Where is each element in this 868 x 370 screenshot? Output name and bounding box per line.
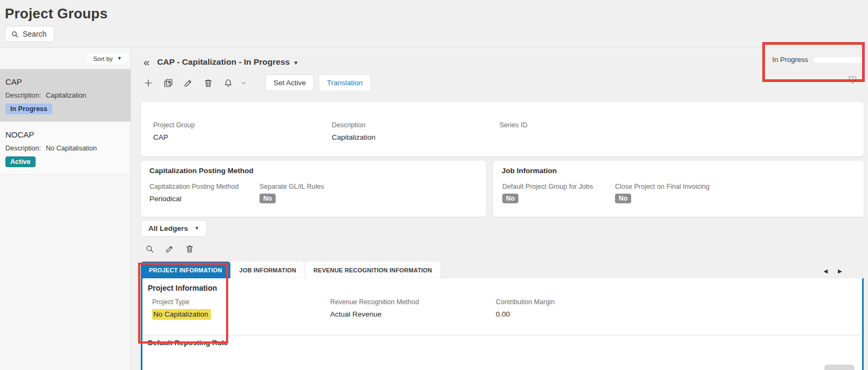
field-label: Series ID: [500, 121, 527, 129]
status-progress-bar: [814, 57, 863, 63]
panel-title: Job Information: [502, 167, 557, 175]
tab-scroll-arrows: ◀ ▶: [824, 269, 842, 274]
status-progress-widget: In Progress: [765, 56, 864, 64]
tabs-row: PROJECT INFORMATION JOB INFORMATION REVE…: [141, 262, 864, 278]
field-label: Contribution Margin: [496, 298, 555, 306]
description-label: Description:: [5, 92, 41, 99]
sidebar-item-cap[interactable]: CAP Description: Capitalization In Progr…: [0, 69, 131, 122]
caret-down-icon: ▼: [195, 226, 200, 231]
field-label: Separate GL/IL Rules: [259, 183, 324, 190]
item-code: NOCAP: [5, 130, 125, 139]
add-button[interactable]: [143, 77, 163, 90]
collapse-panel-icon[interactable]: «: [143, 57, 149, 67]
set-active-button[interactable]: Set Active: [265, 74, 314, 91]
field-series-id: Series ID: [500, 121, 527, 142]
grid-search-icon[interactable]: [145, 242, 154, 255]
status-badge: In Progress: [5, 104, 52, 114]
tab-job-information[interactable]: JOB INFORMATION: [231, 262, 304, 278]
field-contribution-margin: Contribution Margin 0.00: [496, 298, 555, 319]
caret-down-icon: ▼: [117, 56, 122, 61]
tab-scroll-right-icon[interactable]: ▶: [838, 269, 842, 274]
search-label: Search: [23, 30, 46, 38]
record-header: « CAP - Capitalization - In Progress ▼: [143, 55, 868, 69]
all-ledgers-label: All Ledgers: [148, 224, 188, 232]
item-code: CAP: [5, 77, 125, 86]
field-value: Periodical: [149, 195, 238, 203]
panels-row: Capitalization Posting Method Capitaliza…: [141, 161, 864, 217]
field-close-project-on-final-invoicing: Close Project on Final Invoicing No: [615, 183, 709, 203]
all-ledgers-dropdown[interactable]: All Ledgers ▼: [141, 220, 207, 237]
description-value: Capitalization: [46, 92, 86, 99]
description-value: No Capitalisation: [46, 145, 97, 152]
field-label: Description: [332, 121, 375, 129]
description-label: Description:: [5, 145, 41, 152]
field-label: Revenue Recognition Method: [330, 298, 419, 306]
field-label: Close Project on Final Invoicing: [615, 183, 709, 190]
field-value: CAP: [153, 133, 195, 142]
field-value: [500, 133, 527, 142]
no-badge: No: [259, 194, 276, 203]
field-label: Project Type: [152, 298, 211, 306]
panel-title: Capitalization Posting Method: [149, 167, 254, 175]
field-value: 0.00: [496, 310, 555, 319]
section-divider: [145, 335, 860, 335]
grid-edit-icon[interactable]: [165, 242, 174, 255]
sort-by-dropdown[interactable]: Sort by ▼: [87, 54, 128, 64]
grid-toolbar: [145, 243, 868, 255]
record-title: CAP - Capitalization - In Progress ▼: [157, 57, 298, 67]
toolbar: Set Active Translation: [143, 74, 868, 91]
grid-delete-icon[interactable]: [185, 242, 194, 255]
field-label: Capitalization Posting Method: [149, 183, 238, 190]
record-title-caret-icon[interactable]: ▼: [293, 60, 298, 66]
main-panel: « CAP - Capitalization - In Progress ▼: [132, 48, 868, 370]
ledger-filter-row: All Ledgers ▼: [141, 220, 868, 237]
field-label: Project Group: [153, 121, 195, 129]
tab-project-information[interactable]: PROJECT INFORMATION: [141, 262, 230, 278]
default-reposting-rule-title: Default Reposting Rule: [148, 339, 228, 347]
section-title: Project Information: [148, 284, 217, 292]
field-separate-gl-il-rules: Separate GL/IL Rules No: [259, 183, 324, 203]
field-value: Actual Revenue: [330, 310, 419, 319]
sidebar: Sort by ▼ CAP Description: Capitalizatio…: [0, 48, 131, 370]
project-information-tab-panel: Project Information Project Type No Capi…: [141, 278, 864, 370]
search-icon: [11, 30, 19, 38]
sidebar-item-nocap[interactable]: NOCAP Description: No Capitalisation Act…: [0, 122, 131, 175]
bottom-right-partial-button[interactable]: [824, 365, 855, 370]
item-description: Description: No Capitalisation: [5, 145, 125, 152]
job-information-panel: Job Information Default Project Group fo…: [493, 161, 864, 217]
overview-card: Project Group CAP Description Capitaliza…: [141, 102, 864, 156]
sort-by-label: Sort by: [93, 56, 113, 62]
status-badge: Active: [5, 156, 36, 167]
search-button[interactable]: Search: [5, 26, 54, 42]
translation-button[interactable]: Translation: [319, 74, 371, 91]
no-badge: No: [502, 194, 518, 203]
highlighted-value: No Capitalization: [152, 309, 211, 320]
field-revenue-recognition-method: Revenue Recognition Method Actual Revenu…: [330, 298, 419, 319]
field-project-type: Project Type No Capitalization: [152, 298, 211, 319]
tab-scroll-left-icon[interactable]: ◀: [824, 269, 828, 274]
field-label: Default Project Group for Jobs: [502, 183, 593, 190]
edit-button[interactable]: [183, 77, 203, 90]
capitalization-posting-method-panel: Capitalization Posting Method Capitaliza…: [141, 161, 486, 217]
field-project-group: Project Group CAP: [153, 121, 195, 142]
status-progress-label: In Progress: [773, 56, 808, 64]
delete-button[interactable]: [203, 77, 223, 90]
field-description: Description Capitalization: [332, 121, 375, 142]
favorite-heart-icon[interactable]: ♡: [848, 74, 857, 86]
field-value: Capitalization: [332, 133, 375, 142]
chevron-down-icon[interactable]: [240, 77, 260, 90]
duplicate-button[interactable]: [163, 77, 183, 90]
tab-revenue-recognition-information[interactable]: REVENUE RECOGNITION INFORMATION: [305, 262, 440, 278]
item-description: Description: Capitalization: [5, 92, 125, 99]
no-badge: No: [615, 194, 631, 203]
project-groups-screen: Project Groups Search Sort by ▼ CAP Desc…: [0, 0, 868, 370]
page-header: Project Groups Search: [0, 0, 868, 47]
sidebar-sort-row: Sort by ▼: [0, 48, 131, 69]
field-capitalization-posting-method: Capitalization Posting Method Periodical: [149, 183, 238, 203]
record-title-text: CAP - Capitalization - In Progress: [157, 57, 290, 66]
page-title: Project Groups: [5, 5, 868, 22]
field-default-project-group-for-jobs: Default Project Group for Jobs No: [502, 183, 593, 203]
